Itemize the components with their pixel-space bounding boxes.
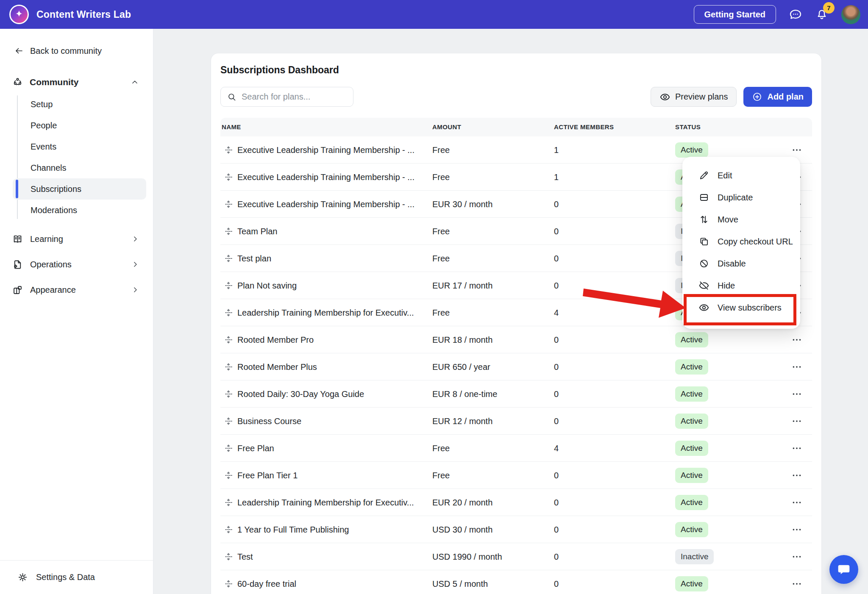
drag-handle-icon[interactable] [224,362,233,372]
plan-name: Rooted Member Pro [237,326,314,353]
plus-circle-icon [752,92,762,102]
menu-item-hide[interactable]: Hide [682,275,800,297]
plan-active-members: 0 [554,462,559,489]
table-row: Rooted Member PlusEUR 650 / year0Active [220,353,812,380]
brand-logo-icon [9,5,29,24]
back-to-community-link[interactable]: Back to community [14,46,153,56]
menu-item-label: Move [718,215,738,225]
menu-item-disable[interactable]: Disable [682,253,800,275]
search-box[interactable] [220,87,353,107]
sidebar-item-learning[interactable]: Learning [12,228,145,250]
plan-active-members: 0 [554,326,559,353]
table-row: Free Plan Tier 1Free0Active [220,462,812,489]
table-header: NAME AMOUNT ACTIVE MEMBERS STATUS [220,118,812,136]
preview-plans-button[interactable]: Preview plans [651,87,737,107]
row-actions-button[interactable] [788,389,805,400]
plan-active-members: 0 [554,516,559,543]
topbar: Content Writers Lab Getting Started 7 [0,0,868,29]
sidebar-item-moderations[interactable]: Moderations [13,200,146,221]
search-input[interactable] [242,92,354,102]
chat-launcher-button[interactable] [829,555,858,584]
sidebar-item-appearance[interactable]: Appearance [12,279,145,300]
sidebar-item-people[interactable]: People [13,115,146,136]
row-actions-button[interactable] [788,334,805,345]
add-plan-button[interactable]: Add plan [743,87,812,107]
row-actions-button[interactable] [788,443,805,454]
getting-started-button[interactable]: Getting Started [694,5,776,24]
sidebar-section-community[interactable]: Community [12,76,145,88]
notification-badge: 7 [823,2,835,14]
plan-amount: Free [432,462,450,489]
row-actions-button[interactable] [788,497,805,508]
plan-name: Business Course [237,408,301,435]
search-icon [227,92,237,102]
row-actions-button[interactable] [788,416,805,427]
row-actions-button[interactable] [788,524,805,535]
plan-name: Plan Not saving [237,272,297,299]
drag-handle-icon[interactable] [224,471,233,480]
community-icon [12,76,23,88]
sidebar-item-settings[interactable]: Settings & Data [0,560,153,594]
drag-handle-icon[interactable] [224,200,233,209]
drag-handle-icon[interactable] [224,227,233,236]
table-row: Free PlanFree4Active [220,435,812,462]
messages-icon[interactable] [789,8,802,21]
drag-handle-icon[interactable] [224,444,233,453]
row-actions-button[interactable] [788,578,805,589]
ellipsis-icon [791,144,802,155]
notifications-bell-icon[interactable]: 7 [815,8,829,21]
row-actions-button[interactable] [788,551,805,562]
row-context-menu: EditDuplicateMoveCopy checkout URLDisabl… [682,157,800,329]
plan-name: Test plan [237,245,271,272]
column-header-status: STATUS [675,118,701,136]
drag-handle-icon[interactable] [224,281,233,290]
book-icon [12,233,23,245]
table-controls: Preview plans Add plan [220,87,812,107]
drag-handle-icon[interactable] [224,145,233,155]
plan-active-members: 1 [554,164,559,191]
row-actions-button[interactable] [788,361,805,372]
drag-handle-icon[interactable] [224,579,233,588]
ellipsis-icon [791,389,802,400]
chevron-right-icon [131,260,139,269]
menu-item-move[interactable]: Move [682,208,800,230]
drag-handle-icon[interactable] [224,525,233,534]
plan-amount: Free [432,435,450,462]
back-to-community-label: Back to community [30,46,102,56]
ellipsis-icon [791,334,802,345]
sidebar-item-events[interactable]: Events [13,136,146,157]
ellipsis-icon [791,551,802,562]
menu-item-duplicate[interactable]: Duplicate [682,186,800,208]
menu-item-edit[interactable]: Edit [682,164,800,186]
user-avatar[interactable] [841,5,860,24]
drag-handle-icon[interactable] [224,498,233,507]
menu-item-label: Edit [718,171,732,180]
menu-item-view-subscribers[interactable]: View subscribers [682,297,800,319]
sidebar-item-subscriptions[interactable]: Subscriptions [13,178,146,200]
document-gear-icon [12,259,23,270]
drag-handle-icon[interactable] [224,254,233,263]
table-row: 60-day free trialUSD 5 / month0Active [220,570,812,594]
status-badge: Active [675,576,708,591]
drag-handle-icon[interactable] [224,335,233,344]
plan-name: Rooted Daily: 30-Day Yoga Guide [237,380,364,408]
drag-handle-icon[interactable] [224,308,233,317]
chevron-up-icon [130,78,139,87]
drag-handle-icon[interactable] [224,172,233,182]
sidebar-item-channels[interactable]: Channels [13,157,146,178]
row-actions-button[interactable] [788,144,805,155]
community-submenu: SetupPeopleEventsChannelsSubscriptionsMo… [0,94,153,221]
drag-handle-icon[interactable] [224,552,233,561]
row-actions-button[interactable] [788,470,805,481]
menu-item-label: Duplicate [718,193,753,203]
status-badge: Active [675,386,708,402]
plan-active-members: 0 [554,353,559,380]
drag-handle-icon[interactable] [224,416,233,426]
status-badge: Active [675,414,708,429]
status-badge: Active [675,332,708,347]
table-row: TestUSD 1990 / month0Inactive [220,543,812,570]
sidebar-item-setup[interactable]: Setup [13,94,146,115]
menu-item-copy-checkout-url[interactable]: Copy checkout URL [682,230,800,253]
drag-handle-icon[interactable] [224,389,233,399]
sidebar-item-operations[interactable]: Operations [12,254,145,275]
